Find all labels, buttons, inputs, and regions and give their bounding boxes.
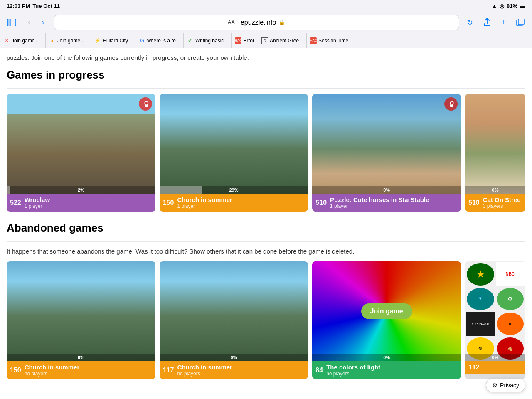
- share-button[interactable]: [480, 16, 494, 29]
- svg-point-10: [451, 103, 453, 105]
- abandoned-card-church-2[interactable]: 0% 117 Church in summer no players: [160, 261, 308, 379]
- games-in-progress-grid: 2% 522 Wroclaw 1 player: [7, 94, 525, 212]
- join-overlay: Join game: [312, 261, 461, 361]
- card-title-1: Wroclaw: [25, 196, 152, 203]
- tab-icon-6: HAC: [235, 37, 241, 44]
- card-title-3: Puzzle: Cute horses in StarStable: [330, 196, 458, 203]
- svg-rect-9: [450, 104, 453, 107]
- game-card-horses[interactable]: 0% 510 Puzzle: Cute horses in StarStable…: [312, 94, 461, 212]
- card-footer-1: 522 Wroclaw 1 player: [7, 194, 155, 212]
- tabs-bar: ✕ Join game -... ● Join game -... ⚡ Hill…: [0, 33, 532, 48]
- svg-rect-6: [145, 104, 148, 107]
- abandoned-divider: [7, 241, 525, 242]
- tab-icon-8: HAC: [310, 37, 317, 44]
- tab-icon-3: ⚡: [94, 37, 101, 44]
- battery-icon: ▬: [520, 3, 525, 9]
- card-footer-3: 510 Puzzle: Cute horses in StarStable 1 …: [312, 194, 461, 212]
- battery: 81%: [507, 3, 517, 9]
- card-title-4: Cat On Stree: [483, 196, 522, 203]
- reload-button[interactable]: ↻: [463, 16, 476, 29]
- card-num-1: 522: [10, 199, 21, 207]
- abandoned-card-church-1[interactable]: 0% 150 Church in summer no players: [7, 261, 155, 379]
- date: Tue Oct 11: [32, 3, 60, 9]
- abandoned-games-grid: 0% 150 Church in summer no players 0% 11: [7, 261, 525, 379]
- new-tab-button[interactable]: +: [497, 16, 510, 29]
- tab-label-5: Writing basic...: [195, 38, 228, 44]
- tab-icon-2: ●: [49, 37, 56, 44]
- wifi-icon: ▲: [492, 3, 497, 9]
- tab-label-3: Hilliard City...: [103, 38, 132, 44]
- tab-join-game-2[interactable]: ● Join game -...: [46, 33, 91, 48]
- browser-chrome: ‹ › AA epuzzle.info 🔒 ↻ +: [0, 12, 532, 33]
- address-bar[interactable]: AA epuzzle.info 🔒: [54, 15, 459, 30]
- tab-session[interactable]: HAC Session Time...: [307, 33, 356, 48]
- game-card-cat-street[interactable]: 0% 510 Cat On Stree 3 players: [465, 94, 525, 212]
- forward-button[interactable]: ›: [37, 16, 50, 29]
- join-game-button[interactable]: Join game: [361, 303, 412, 319]
- intro-text: puzzles. Join one of the following games…: [7, 48, 525, 62]
- abandoned-card-colors[interactable]: Join game 0% 84 The colors of light no p…: [312, 261, 461, 379]
- tab-error[interactable]: HAC Error: [232, 33, 258, 48]
- abandoned-footer-4: 112: [465, 361, 525, 374]
- lock-icon: 🔒: [278, 19, 285, 25]
- card-info-4: Cat On Stree 3 players: [483, 196, 522, 209]
- tab-icon-4: G: [139, 37, 145, 44]
- card-info-3: Puzzle: Cute horses in StarStable 1 play…: [330, 196, 458, 209]
- abandoned-num-4: 112: [468, 364, 480, 371]
- tab-hilliard[interactable]: ⚡ Hilliard City...: [91, 33, 135, 48]
- card-num-3: 510: [315, 199, 327, 207]
- abandoned-footer-2: 117 Church in summer no players: [160, 361, 308, 379]
- svg-point-7: [145, 103, 147, 105]
- abandoned-info-1: Church in summer no players: [25, 364, 152, 377]
- tab-label-6: Error: [243, 38, 254, 44]
- abandoned-title-3: The colors of light: [326, 364, 458, 371]
- time: 12:03 PM: [7, 3, 30, 9]
- browser-actions: +: [480, 16, 527, 29]
- tab-label-2: Join game -...: [57, 38, 88, 44]
- tab-writing[interactable]: ✔ Writing basic...: [184, 33, 232, 48]
- privacy-label: Privacy: [500, 382, 519, 389]
- game-card-church-summer[interactable]: 29% 150 Church in summer 1 player: [160, 94, 308, 212]
- abandoned-card-logos[interactable]: ★ NBC 🐬 ♻ PINK FLOYD B: [465, 261, 525, 379]
- abandoned-num-1: 150: [10, 367, 21, 374]
- status-right: ▲ ◎ 81% ▬: [492, 3, 525, 9]
- card-info-1: Wroclaw 1 player: [25, 196, 152, 209]
- lock-badge-3: [444, 97, 458, 111]
- card-footer-4: 510 Cat On Stree 3 players: [465, 194, 525, 212]
- abandoned-title-2: Church in summer: [177, 364, 305, 371]
- privacy-button[interactable]: ⚙ Privacy: [486, 378, 525, 392]
- main-content: puzzles. Join one of the following games…: [0, 48, 532, 387]
- nav-buttons: ‹ ›: [22, 16, 50, 29]
- aa-label: AA: [228, 19, 235, 25]
- card-title-2: Church in summer: [177, 196, 305, 203]
- abandoned-players-3: no players: [326, 371, 458, 377]
- abandoned-desc: It happens that someone abandons the gam…: [7, 247, 525, 256]
- game-card-wroclaw[interactable]: 2% 522 Wroclaw 1 player: [7, 94, 155, 212]
- card-players-1: 1 player: [25, 203, 152, 209]
- abandoned-footer-3: 84 The colors of light no players: [312, 361, 461, 379]
- abandoned-num-3: 84: [315, 367, 323, 374]
- lock-badge-1: [139, 97, 152, 111]
- tab-join-game-1[interactable]: ✕ Join game -...: [0, 33, 46, 48]
- tab-ancient[interactable]: D Ancient Gree...: [258, 33, 307, 48]
- abandoned-games-title: Abandoned games: [7, 222, 525, 236]
- tab-close-icon-1[interactable]: ✕: [3, 37, 10, 44]
- back-button[interactable]: ‹: [22, 16, 36, 29]
- status-left: 12:03 PM Tue Oct 11: [7, 3, 60, 9]
- tab-label-8: Session Time...: [318, 38, 352, 44]
- games-divider: [7, 88, 525, 89]
- abandoned-title-1: Church in summer: [25, 364, 152, 371]
- svg-rect-4: [518, 19, 524, 25]
- sidebar-toggle-button[interactable]: [5, 16, 18, 29]
- tabs-button[interactable]: [514, 16, 527, 29]
- abandoned-footer-1: 150 Church in summer no players: [7, 361, 155, 379]
- tab-label-1: Join game -...: [12, 38, 42, 44]
- card-num-4: 510: [468, 199, 480, 207]
- tab-where[interactable]: G where is a re...: [135, 33, 184, 48]
- card-players-4: 3 players: [483, 203, 522, 209]
- abandoned-info-3: The colors of light no players: [326, 364, 458, 377]
- card-num-2: 150: [163, 199, 174, 207]
- abandoned-num-2: 117: [163, 367, 174, 374]
- games-in-progress-title: Games in progress: [7, 69, 525, 83]
- card-players-2: 1 player: [177, 203, 305, 209]
